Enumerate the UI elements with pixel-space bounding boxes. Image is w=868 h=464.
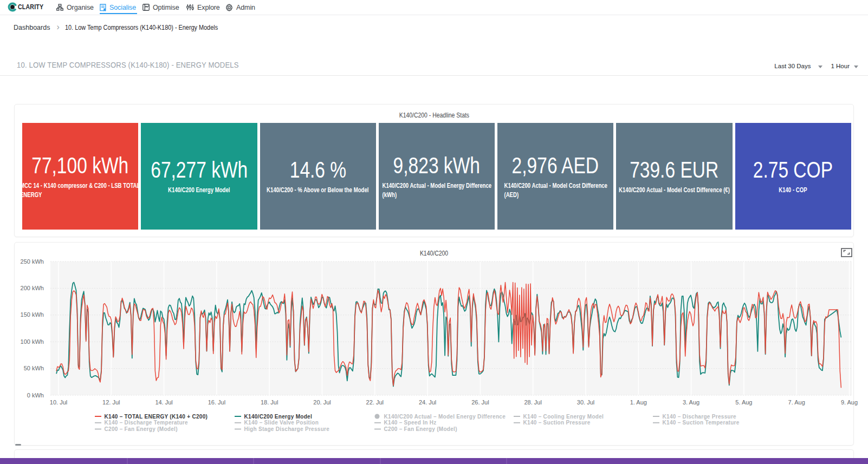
svg-text:High Stage Discharge Pressure: High Stage Discharge Pressure (244, 426, 330, 432)
svg-text:26. Jul: 26. Jul (471, 399, 489, 406)
svg-text:20. Jul: 20. Jul (313, 399, 331, 406)
svg-text:K140 – Discharge Pressure: K140 – Discharge Pressure (663, 414, 737, 420)
svg-text:5. Aug: 5. Aug (735, 399, 752, 406)
svg-text:22. Jul: 22. Jul (366, 399, 384, 406)
svg-text:K140 – Slide Valve Position: K140 – Slide Valve Position (244, 420, 319, 426)
svg-text:100 kWh: 100 kWh (21, 338, 44, 345)
svg-text:K140 – Speed In Hz: K140 – Speed In Hz (384, 420, 437, 426)
svg-text:C200 – Fan Energy (Model): C200 – Fan Energy (Model) (105, 426, 178, 432)
svg-text:16. Jul: 16. Jul (208, 399, 225, 406)
svg-text:50 kWh: 50 kWh (24, 365, 44, 371)
svg-text:K140 – Discharge Temperature: K140 – Discharge Temperature (105, 420, 189, 426)
svg-text:7. Aug: 7. Aug (788, 399, 805, 406)
svg-text:12. Jul: 12. Jul (102, 399, 120, 406)
svg-text:9. Aug: 9. Aug (841, 399, 858, 406)
svg-text:K140 – TOTAL ENERGY (K140 + C2: K140 – TOTAL ENERGY (K140 + C200) (105, 414, 208, 420)
svg-text:K140 – Suction Temperature: K140 – Suction Temperature (663, 420, 740, 426)
svg-text:K140/C200 Actual – Model Energ: K140/C200 Actual – Model Energy Differen… (384, 414, 506, 420)
svg-text:0 kWh: 0 kWh (27, 392, 44, 398)
svg-text:18. Jul: 18. Jul (261, 399, 278, 406)
svg-text:K140 – Cooling Energy Model: K140 – Cooling Energy Model (523, 414, 604, 420)
svg-text:3. Aug: 3. Aug (683, 399, 699, 406)
svg-text:1. Aug: 1. Aug (630, 399, 647, 406)
svg-text:150 kWh: 150 kWh (21, 311, 44, 318)
svg-text:30. Jul: 30. Jul (577, 399, 594, 406)
svg-text:250 kWh: 250 kWh (21, 258, 44, 265)
svg-text:K140/C200 Energy Model: K140/C200 Energy Model (244, 414, 313, 420)
svg-text:C200 – Fan Energy (Model): C200 – Fan Energy (Model) (384, 426, 457, 432)
svg-text:200 kWh: 200 kWh (21, 285, 44, 291)
svg-text:10. Jul: 10. Jul (50, 399, 67, 406)
svg-text:K140 – Suction Pressure: K140 – Suction Pressure (523, 420, 591, 426)
svg-text:14. Jul: 14. Jul (155, 399, 172, 406)
svg-text:24. Jul: 24. Jul (419, 399, 436, 406)
svg-text:28. Jul: 28. Jul (524, 399, 541, 406)
